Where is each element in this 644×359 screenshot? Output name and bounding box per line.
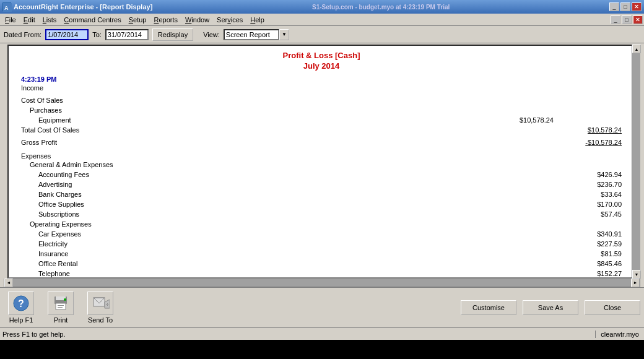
scroll-right-button[interactable]: ►: [631, 279, 640, 287]
equipment-label: Equipment: [21, 115, 504, 125]
menu-edit[interactable]: Edit: [20, 15, 39, 25]
status-bar: Press F1 to get help. clearwtr.myo: [0, 327, 644, 340]
maximize-button[interactable]: □: [620, 2, 630, 11]
print-label: Print: [54, 316, 68, 324]
date-from-input[interactable]: [45, 29, 89, 40]
telephone-row: Telephone $152.27: [21, 269, 622, 279]
menu-window[interactable]: Window: [181, 15, 213, 25]
bank-charges-row: Bank Charges $33.64: [21, 189, 622, 199]
h-scroll-track[interactable]: [13, 279, 631, 287]
total-cos-row: Total Cost Of Sales $10,578.24: [21, 125, 622, 135]
menu-reports[interactable]: Reports: [150, 15, 181, 25]
dated-from-label: Dated From:: [4, 31, 41, 38]
car-expenses-label: Car Expenses: [21, 229, 572, 239]
office-supplies-row: Office Supplies $170.00: [21, 199, 622, 209]
date-to-input[interactable]: [105, 29, 149, 40]
insurance-label: Insurance: [21, 249, 572, 259]
minimize-button[interactable]: _: [609, 2, 619, 11]
general-admin-header: General & Admin Expenses: [21, 161, 622, 168]
car-expenses-amount: $340.91: [572, 229, 622, 239]
cost-of-sales-header: Cost Of Sales: [21, 97, 622, 104]
title-bar: A AccountRight Enterprise - [Report Disp…: [0, 0, 644, 14]
equipment-row: Equipment $10,578.24: [21, 115, 622, 125]
horizontal-scrollbar[interactable]: ◄ ►: [4, 279, 640, 287]
electricity-label: Electricity: [21, 239, 572, 249]
insurance-amount: $81.59: [572, 249, 622, 259]
accounting-fees-amount: $426.94: [572, 170, 622, 180]
bottom-right-buttons: Customise Save As Close: [461, 300, 640, 315]
customise-button[interactable]: Customise: [461, 300, 516, 315]
total-cos-amount: [504, 125, 554, 135]
scroll-left-button[interactable]: ◄: [4, 279, 13, 287]
menu-lists[interactable]: Lists: [39, 15, 61, 25]
vertical-scrollbar[interactable]: ▲ ▼: [632, 45, 640, 279]
telephone-amount: $152.27: [572, 269, 622, 279]
status-right-text: clearwtr.myo: [595, 331, 642, 338]
subscriptions-row: Subscriptions $57.45: [21, 209, 622, 219]
send-to-label: Send To: [88, 316, 113, 324]
office-rental-amount: $845.46: [572, 259, 622, 269]
income-header: Income: [21, 84, 622, 92]
bank-charges-label: Bank Charges: [21, 189, 572, 199]
svg-rect-6: [56, 303, 66, 309]
save-as-button[interactable]: Save As: [523, 300, 578, 315]
menu-command-centres[interactable]: Command Centres: [60, 15, 124, 25]
total-cos-amount2: $10,578.24: [572, 125, 622, 135]
gross-profit-amount2: -$10,578.24: [572, 137, 622, 147]
office-supplies-label: Office Supplies: [21, 199, 572, 209]
report-title: Profit & Loss [Cash]: [21, 51, 622, 60]
report-area: Profit & Loss [Cash] July 2014 4:23:19 P…: [7, 45, 635, 279]
scroll-up-button[interactable]: ▲: [632, 45, 641, 53]
view-input[interactable]: [224, 29, 279, 40]
electricity-row: Electricity $227.59: [21, 239, 622, 249]
report-subtitle: July 2014: [21, 61, 622, 71]
main-window: Dated From: To: Redisplay View: ▼ Profit…: [0, 26, 644, 327]
purchases-amount: [504, 105, 554, 115]
send-to-button[interactable]: Send To: [83, 292, 118, 324]
svg-rect-8: [58, 307, 63, 308]
status-help-text: Press F1 to get help.: [2, 331, 595, 338]
menu-bar: File Edit Lists Command Centres Setup Re…: [0, 14, 644, 26]
accounting-fees-label: Accounting Fees: [21, 170, 572, 180]
menu-setup[interactable]: Setup: [125, 15, 150, 25]
close-report-button[interactable]: Close: [585, 300, 640, 315]
insurance-row: Insurance $81.59: [21, 249, 622, 259]
menu-file[interactable]: File: [1, 15, 20, 25]
title-text: AccountRight Enterprise - [Report Displa…: [14, 3, 152, 11]
report-content: Profit & Loss [Cash] July 2014 4:23:19 P…: [9, 46, 634, 279]
operating-expenses-header: Operating Expenses: [21, 220, 622, 228]
inner-minimize-button[interactable]: _: [611, 15, 620, 24]
bank-charges-amount: $33.64: [572, 189, 622, 199]
close-button[interactable]: ✕: [632, 2, 642, 11]
svg-text:A: A: [4, 5, 9, 11]
view-dropdown-button[interactable]: ▼: [279, 29, 289, 40]
report-time: 4:23:19 PM: [21, 76, 622, 83]
accounting-fees-row: Accounting Fees $426.94: [21, 170, 622, 180]
inner-maximize-button[interactable]: □: [622, 15, 632, 24]
gross-profit-row: Gross Profit -$10,578.24: [21, 137, 622, 147]
svg-marker-12: [105, 300, 110, 308]
telephone-label: Telephone: [21, 269, 572, 279]
inner-close-button[interactable]: ✕: [633, 15, 643, 24]
print-button[interactable]: Print: [43, 292, 78, 324]
equipment-amount2: [572, 115, 622, 125]
bg-title: S1-Setup.com - budget.myo at 4:23:19 PM …: [152, 4, 609, 11]
scroll-down-button[interactable]: ▼: [632, 270, 641, 279]
report-container: Profit & Loss [Cash] July 2014 4:23:19 P…: [4, 45, 640, 279]
equipment-amount: $10,578.24: [504, 115, 554, 125]
menu-help[interactable]: Help: [246, 15, 268, 25]
redisplay-button[interactable]: Redisplay: [152, 28, 193, 41]
svg-rect-7: [58, 305, 64, 306]
advertising-label: Advertising: [21, 180, 572, 189]
svg-point-9: [64, 298, 66, 301]
title-bar-controls: _ □ ✕: [609, 2, 642, 11]
help-button[interactable]: ? Help F1: [4, 292, 38, 324]
total-cos-label: Total Cost Of Sales: [21, 125, 504, 135]
subscriptions-amount: $57.45: [572, 209, 622, 219]
help-label: Help F1: [9, 316, 33, 324]
bottom-toolbar: ? Help F1 Print: [0, 287, 644, 327]
menu-services[interactable]: Services: [213, 15, 246, 25]
scroll-track[interactable]: [632, 53, 640, 270]
gross-profit-amount: [504, 137, 554, 147]
office-rental-label: Office Rental: [21, 259, 572, 269]
